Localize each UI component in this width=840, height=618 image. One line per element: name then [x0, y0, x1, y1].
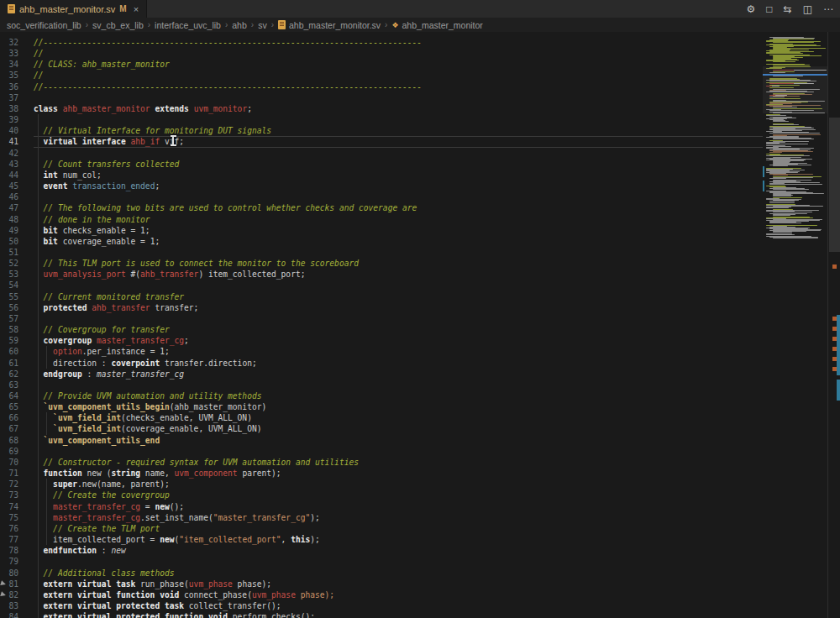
code-line-68[interactable]: 68 `uvm_component_utils_end — [0, 435, 763, 446]
line-number[interactable]: 66 — [0, 412, 18, 423]
code-line-34[interactable]: 34// CLASS: ahb_master_monitor — [0, 59, 763, 70]
code-line-47[interactable]: 47 // The following two bits are used to… — [0, 202, 763, 213]
line-number[interactable]: 67 — [0, 423, 18, 434]
code-line-63[interactable]: 63 — [0, 380, 763, 390]
code-line-54[interactable]: 54 — [0, 280, 763, 291]
code-line-76[interactable]: 76 // Create the TLM port — [0, 523, 763, 534]
code-line-56[interactable]: 56 protected ahb_transfer transfer; — [0, 302, 763, 313]
line-number[interactable]: 84 — [0, 611, 18, 618]
settings-gear-icon[interactable]: ⚙ — [747, 4, 756, 14]
line-number[interactable]: 44 — [0, 170, 18, 181]
scrollbar[interactable] — [827, 32, 840, 618]
breadcrumb-item-soc_verification_lib[interactable]: soc_verification_lib — [7, 20, 81, 30]
breadcrumb-item-sv[interactable]: sv — [258, 20, 267, 30]
split-editor-icon[interactable]: ◫ — [803, 4, 812, 14]
code-area[interactable]: 32//------------------------------------… — [0, 37, 763, 618]
line-number[interactable]: 51 — [0, 247, 18, 258]
code-line-75[interactable]: 75 master_transfer_cg.set_inst_name("mas… — [0, 512, 763, 523]
line-number[interactable]: 68 — [0, 435, 18, 446]
code-line-39[interactable]: 39 — [0, 114, 763, 125]
more-actions-icon[interactable]: ⋯ — [823, 4, 833, 14]
line-number[interactable]: 80 — [0, 568, 18, 579]
code-line-80[interactable]: 80 // Additional class methods — [0, 568, 763, 579]
code-line-48[interactable]: 48 // done in the monitor — [0, 214, 763, 225]
square-icon[interactable]: □ — [766, 4, 772, 14]
line-number[interactable]: 60 — [0, 346, 18, 357]
code-line-81[interactable]: 81 extern virtual task run_phase(uvm_pha… — [0, 579, 763, 589]
line-number[interactable]: 62 — [0, 369, 18, 380]
line-number[interactable]: 46 — [0, 191, 18, 202]
code-line-33[interactable]: 33// — [0, 48, 763, 59]
line-number[interactable]: 58 — [0, 324, 18, 335]
line-number[interactable]: 41 — [0, 136, 18, 147]
line-number[interactable]: 59 — [0, 335, 18, 346]
code-line-77[interactable]: 77 item_collected_port = new("item_colle… — [0, 534, 763, 545]
line-number[interactable]: 64 — [0, 390, 18, 401]
line-number[interactable]: 37 — [0, 92, 18, 103]
line-number[interactable]: 56 — [0, 302, 18, 313]
code-line-49[interactable]: 49 bit checks_enable = 1; — [0, 225, 763, 236]
code-line-50[interactable]: 50 bit coverage_enable = 1; — [0, 236, 763, 247]
code-line-52[interactable]: 52 // This TLM port is used to connect t… — [0, 258, 763, 269]
code-line-55[interactable]: 55 // Current monitored transfer — [0, 291, 763, 302]
code-line-51[interactable]: 51 — [0, 247, 763, 258]
line-number[interactable]: 83 — [0, 600, 18, 611]
line-number[interactable]: 55 — [0, 291, 18, 302]
line-number[interactable]: 78 — [0, 545, 18, 556]
code-line-40[interactable]: 40 // Virtual Interface for monitoring D… — [0, 125, 763, 136]
line-number[interactable]: 53 — [0, 269, 18, 280]
code-line-69[interactable]: 69 — [0, 446, 763, 457]
code-line-71[interactable]: 71 function new (string name, uvm_compon… — [0, 468, 763, 479]
code-line-38[interactable]: 38class ahb_master_monitor extends uvm_m… — [0, 103, 763, 114]
breadcrumb-item-ahb[interactable]: ahb — [232, 20, 247, 30]
line-number[interactable]: 36 — [0, 81, 18, 92]
code-line-84[interactable]: 84 extern virtual protected function voi… — [0, 611, 763, 618]
line-number[interactable]: 77 — [0, 534, 18, 545]
line-number[interactable]: 54 — [0, 280, 18, 291]
line-number[interactable]: 65 — [0, 401, 18, 412]
code-line-74[interactable]: 74 master_transfer_cg = new(); — [0, 501, 763, 512]
line-number[interactable]: 38 — [0, 103, 18, 114]
line-number[interactable]: 50 — [0, 236, 18, 247]
code-line-73[interactable]: 73 // Create the covergroup — [0, 490, 763, 500]
code-line-65[interactable]: 65 `uvm_component_utils_begin(ahb_master… — [0, 401, 763, 412]
scrollbar-thumb[interactable] — [829, 118, 840, 252]
code-line-66[interactable]: 66 `uvm_field_int(checks_enable, UVM_ALL… — [0, 412, 763, 423]
line-number[interactable]: 52 — [0, 258, 18, 269]
minimap[interactable] — [763, 32, 827, 618]
code-line-72[interactable]: 72 super.new(name, parent); — [0, 479, 763, 490]
code-line-36[interactable]: 36//------------------------------------… — [0, 81, 763, 92]
code-line-43[interactable]: 43 // Count transfers collected — [0, 159, 763, 170]
line-number[interactable]: 42 — [0, 148, 18, 159]
code-line-67[interactable]: 67 `uvm_field_int(coverage_enable, UVM_A… — [0, 423, 763, 434]
breadcrumb-item-interface_uvc_lib[interactable]: interface_uvc_lib — [155, 20, 221, 30]
code-line-37[interactable]: 37 — [0, 92, 763, 103]
line-number[interactable]: 32 — [0, 37, 18, 48]
code-line-41[interactable]: 41 virtual interface ahb_if vif; — [0, 136, 763, 147]
open-changes-icon[interactable]: ⇆ — [784, 4, 792, 14]
line-number[interactable]: 33 — [0, 48, 18, 59]
line-number[interactable]: 79 — [0, 556, 18, 567]
code-line-58[interactable]: 58 // Covergroup for transfer — [0, 324, 763, 335]
breadcrumb-item-sv_cb_ex_lib[interactable]: sv_cb_ex_lib — [92, 20, 144, 30]
line-number[interactable]: 69 — [0, 446, 18, 457]
line-number[interactable]: 73 — [0, 490, 18, 500]
code-line-53[interactable]: 53 uvm_analysis_port #(ahb_transfer) ite… — [0, 269, 763, 280]
line-number[interactable]: 72 — [0, 479, 18, 490]
close-icon[interactable]: × — [134, 4, 139, 14]
line-number[interactable]: 40 — [0, 125, 18, 136]
line-number[interactable]: 74 — [0, 501, 18, 512]
code-line-78[interactable]: 78 endfunction : new — [0, 545, 763, 556]
code-line-60[interactable]: 60 option.per_instance = 1; — [0, 346, 763, 357]
line-number[interactable]: 57 — [0, 313, 18, 324]
code-line-44[interactable]: 44 int num_col; — [0, 170, 763, 181]
line-number[interactable]: 70 — [0, 457, 18, 468]
code-line-70[interactable]: 70 // Constructor - required syntax for … — [0, 457, 763, 468]
code-line-61[interactable]: 61 direction : coverpoint transfer.direc… — [0, 358, 763, 369]
code-line-62[interactable]: 62 endgroup : master_transfer_cg — [0, 369, 763, 380]
line-number[interactable]: 63 — [0, 380, 18, 390]
line-number[interactable]: 39 — [0, 114, 18, 125]
line-number[interactable]: 47 — [0, 202, 18, 213]
code-line-64[interactable]: 64 // Provide UVM automation and utility… — [0, 390, 763, 401]
line-number[interactable]: 49 — [0, 225, 18, 236]
